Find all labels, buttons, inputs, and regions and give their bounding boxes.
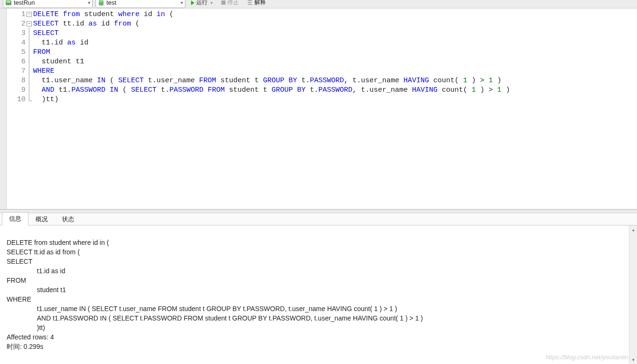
chevron-down-icon: ▾ — [88, 0, 90, 5]
code-line[interactable]: t1.user_name IN ( SELECT t.user_name FRO… — [33, 76, 637, 86]
line-number: 3 — [7, 29, 26, 38]
run-button[interactable]: 运行 ▾ — [188, 0, 216, 8]
output-line: t1.user_name IN ( SELECT t.user_name FRO… — [7, 304, 633, 313]
explain-label: 解释 — [254, 0, 266, 7]
database-dropdown[interactable]: test ▾ — [96, 0, 185, 8]
explain-button[interactable]: ☰ 解释 — [244, 0, 269, 8]
fold-guide — [29, 27, 29, 98]
tab-info[interactable]: 信息 — [2, 212, 28, 225]
code-area[interactable]: DELETE from student where id in (SELECT … — [33, 10, 637, 209]
output-line: DELETE from student where id in ( — [7, 239, 109, 246]
toolbar: testRun ▾ test ▾ 运行 ▾ 停止 ☰ 解释 — [0, 0, 637, 9]
line-number: 10 — [7, 95, 26, 104]
svg-rect-0 — [6, 0, 11, 5]
splitter[interactable] — [0, 209, 637, 213]
output-line: student t1 — [7, 285, 633, 295]
sql-editor[interactable]: 12345678910 − − DELETE from student wher… — [0, 9, 637, 209]
tab-profile[interactable]: 概况 — [28, 213, 55, 225]
code-line[interactable]: SELECT — [33, 29, 637, 38]
output-line: t1.id as id — [7, 266, 633, 276]
code-line[interactable]: )tt) — [33, 95, 637, 104]
run-label: 运行 — [196, 0, 208, 7]
output-affected-rows: Affected rows: 4 — [7, 333, 54, 341]
line-number: 4 — [7, 38, 26, 48]
output-text: DELETE from student where id in ( SELECT… — [0, 225, 637, 364]
editor-margin — [0, 9, 7, 209]
connection-icon — [5, 0, 12, 6]
fold-column: − − — [26, 10, 33, 209]
output-line: AND t1.PASSWORD IN ( SELECT t.PASSWORD F… — [7, 313, 633, 323]
line-number: 8 — [7, 76, 26, 86]
output-line: SELECT tt.id as id from ( — [7, 248, 80, 256]
scroll-down-icon[interactable]: ▾ — [629, 355, 637, 364]
scroll-up-icon[interactable]: ▴ — [629, 225, 637, 234]
connection-dropdown[interactable]: testRun ▾ — [3, 0, 93, 8]
line-number: 9 — [7, 86, 26, 95]
chevron-down-icon: ▾ — [181, 0, 183, 5]
explain-icon: ☰ — [247, 0, 253, 6]
database-name: test — [106, 0, 116, 6]
line-number: 7 — [7, 67, 26, 76]
code-line[interactable]: DELETE from student where id in ( — [33, 10, 637, 19]
fold-toggle[interactable]: − — [26, 21, 32, 26]
output-line: )tt) — [7, 323, 633, 332]
output-panel: DELETE from student where id in ( SELECT… — [0, 225, 637, 364]
line-number: 6 — [7, 57, 26, 67]
play-icon — [191, 0, 194, 5]
code-line[interactable]: student t1 — [33, 57, 637, 67]
output-time: 时间: 0.299s — [7, 343, 44, 350]
output-line: WHERE — [7, 295, 31, 303]
output-line: SELECT — [7, 258, 32, 265]
line-number-gutter: 12345678910 — [7, 10, 26, 209]
line-number: 1 — [7, 10, 26, 19]
chevron-down-icon[interactable]: ▾ — [210, 0, 213, 5]
code-line[interactable]: AND t1.PASSWORD IN ( SELECT t.PASSWORD F… — [33, 86, 637, 95]
svg-rect-1 — [7, 1, 10, 2]
stop-label: 停止 — [227, 0, 239, 7]
code-line[interactable]: WHERE — [33, 67, 637, 76]
code-line[interactable]: t1.id as id — [33, 38, 637, 48]
connection-name: testRun — [14, 0, 35, 6]
line-number: 5 — [7, 48, 26, 57]
code-line[interactable]: FROM — [33, 48, 637, 57]
stop-button[interactable]: 停止 — [218, 0, 242, 8]
stop-icon — [221, 0, 226, 5]
line-number: 2 — [7, 19, 26, 29]
fold-toggle[interactable]: − — [26, 12, 32, 17]
result-tabs: 信息 概况 状态 — [0, 213, 637, 225]
output-line: FROM — [7, 277, 26, 284]
tab-status[interactable]: 状态 — [55, 213, 81, 225]
scrollbar-vertical[interactable]: ▴ ▾ — [629, 225, 637, 364]
fold-end — [29, 98, 32, 101]
code-line[interactable]: SELECT tt.id as id from ( — [33, 19, 637, 29]
database-icon — [98, 0, 105, 6]
